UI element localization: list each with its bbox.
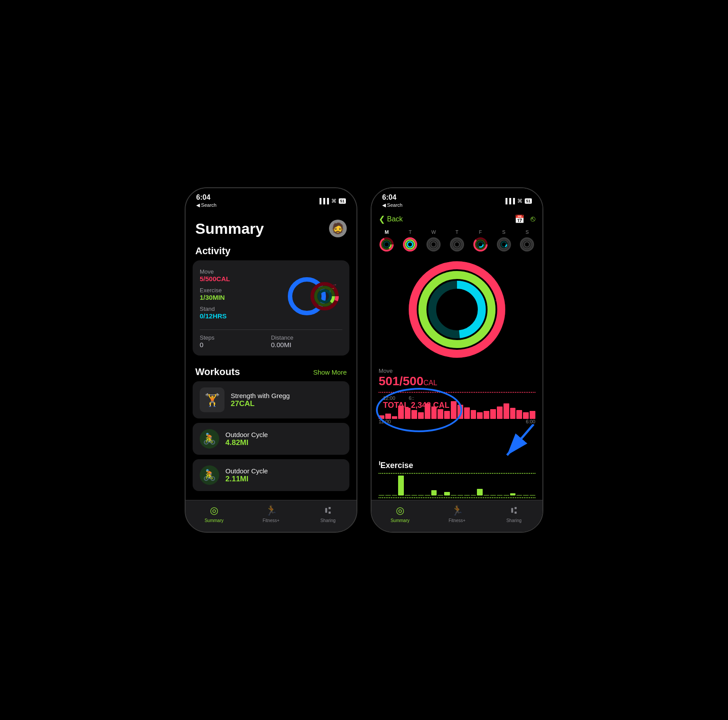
week-day-5[interactable]: S xyxy=(496,229,512,252)
search-back-left[interactable]: ◀ Search xyxy=(196,202,217,208)
move-bar xyxy=(379,415,384,419)
exercise-bar xyxy=(431,490,437,495)
fitness-tab-label-left: Fitness+ xyxy=(263,518,279,523)
summary-tab-icon-right: ◎ xyxy=(396,505,404,516)
exercise-item: Exercise 1/30MIN xyxy=(200,287,285,301)
tab-bar-left: ◎ Summary 🏃 Fitness+ ⑆ Sharing xyxy=(186,500,356,532)
exercise-bar xyxy=(490,495,496,495)
calendar-icon-btn[interactable]: 📅 xyxy=(515,214,524,224)
mini-ring-6 xyxy=(519,236,535,252)
summary-title: Summary xyxy=(195,220,264,237)
right-screen: 6:04 ◀ Search ▐▐▐ ⌘ 51 ❮ Back 📅 ⎋ xyxy=(372,188,542,532)
move-bar xyxy=(477,412,483,419)
wifi-icon-left: ⌘ xyxy=(331,198,337,204)
move-bar xyxy=(523,412,529,419)
week-day-6[interactable]: S xyxy=(519,229,535,252)
move-label: Move xyxy=(200,268,285,275)
week-day-0[interactable]: M xyxy=(379,229,395,252)
nav-bar-right: ❮ Back 📅 ⎋ xyxy=(372,211,542,228)
tab-fitness-right[interactable]: 🏃 Fitness+ xyxy=(429,505,486,523)
svg-text:↑: ↑ xyxy=(478,305,481,312)
exercise-bar xyxy=(398,476,404,495)
tab-summary-left[interactable]: ◎ Summary xyxy=(186,505,243,523)
avatar[interactable]: 🧔 xyxy=(329,220,347,237)
svg-text:→: → xyxy=(494,297,501,304)
exercise-bar xyxy=(451,495,457,495)
exercise-bar xyxy=(385,495,391,495)
week-day-label-0: M xyxy=(385,229,389,235)
week-day-2[interactable]: W xyxy=(426,229,441,252)
distance-item: Distance 0.00MI xyxy=(271,334,342,348)
move-bar xyxy=(484,411,489,419)
move-bar xyxy=(516,410,522,419)
stand-label: Stand xyxy=(200,306,285,312)
nav-right-icons: 📅 ⎋ xyxy=(515,214,535,224)
week-day-1[interactable]: T xyxy=(402,229,418,252)
time-left: 6:04 xyxy=(196,194,210,201)
exercise-bar xyxy=(477,489,483,495)
svg-line-49 xyxy=(507,424,534,455)
move-bar xyxy=(418,412,424,419)
exercise-bar xyxy=(405,495,410,495)
tab-sharing-right[interactable]: ⑆ Sharing xyxy=(485,505,542,523)
status-bar-left: 6:04 ◀ Search ▐▐▐ ⌘ 51 xyxy=(186,188,356,211)
week-day-label-2: W xyxy=(431,229,436,235)
status-right-right: ▐▐▐ ⌘ 51 xyxy=(503,198,532,204)
exercise-bar xyxy=(516,495,522,495)
activity-rings-small: → → ↑ xyxy=(285,267,342,325)
exercise-bar xyxy=(523,495,529,495)
status-left: 6:04 ◀ Search xyxy=(196,194,217,208)
move-bar xyxy=(510,408,516,419)
workout-item-0[interactable]: 🏋️ Strength with Gregg 27CAL xyxy=(193,381,349,418)
move-label-right: Move xyxy=(379,368,535,374)
exercise-bar xyxy=(510,493,516,495)
tab-summary-right[interactable]: ◎ Summary xyxy=(372,505,429,523)
move-bar xyxy=(503,403,509,419)
show-more-button[interactable]: Show More xyxy=(313,368,347,376)
svg-point-14 xyxy=(384,242,389,247)
fitness-tab-label-right: Fitness+ xyxy=(449,518,465,523)
svg-text:→: → xyxy=(486,301,493,309)
dotted-line-exercise-bottom xyxy=(379,497,535,498)
workouts-title: Workouts xyxy=(195,366,240,378)
move-bar xyxy=(392,416,398,419)
workout-icon-1: 🚴 xyxy=(200,429,219,449)
move-bar xyxy=(471,410,476,419)
activity-stats: Move 5/500CAL Exercise 1/30MIN xyxy=(200,268,285,324)
exercise-bar xyxy=(484,495,489,495)
share-icon-btn[interactable]: ⎋ xyxy=(531,214,535,224)
week-day-3[interactable]: T xyxy=(449,229,465,252)
left-phone: 6:04 ◀ Search ▐▐▐ ⌘ 51 Summary 🧔 Activit… xyxy=(185,187,357,533)
workout-item-1[interactable]: 🚴 Outdoor Cycle 4.82MI xyxy=(193,423,349,455)
exercise-bar xyxy=(497,495,503,495)
week-day-label-1: T xyxy=(409,229,412,235)
search-back-right[interactable]: ◀ Search xyxy=(382,202,403,208)
exercise-bar xyxy=(464,495,470,495)
battery-left: 51 xyxy=(339,198,346,204)
stand-value: 0/12HRS xyxy=(200,312,285,320)
tab-sharing-left[interactable]: ⑆ Sharing xyxy=(299,505,356,523)
exercise-section-title: ᴵExercise xyxy=(379,460,535,470)
back-button[interactable]: ❮ Back xyxy=(379,214,403,224)
workout-item-2[interactable]: 🚴 Outdoor Cycle 2.11MI xyxy=(193,459,349,491)
move-bar xyxy=(530,411,535,419)
move-bar xyxy=(385,414,391,419)
week-day-label-5: S xyxy=(502,229,505,235)
battery-right: 51 xyxy=(525,198,532,204)
right-phone: 6:04 ◀ Search ▐▐▐ ⌘ 51 ❮ Back 📅 ⎋ xyxy=(371,187,543,533)
tab-fitness-left[interactable]: 🏃 Fitness+ xyxy=(243,505,300,523)
exercise-bar xyxy=(471,495,476,495)
mini-ring-5 xyxy=(496,236,512,252)
steps-value: 0 xyxy=(200,341,271,348)
svg-text:↑: ↑ xyxy=(329,290,331,294)
workout-name-0: Strength with Gregg xyxy=(231,392,342,399)
wifi-icon-right: ⌘ xyxy=(517,198,523,204)
week-day-label-4: F xyxy=(479,229,482,235)
workout-name-1: Outdoor Cycle xyxy=(225,431,342,438)
workout-icon-2: 🚴 xyxy=(200,465,219,485)
mini-ring-2 xyxy=(426,236,441,252)
exercise-bar xyxy=(530,495,535,495)
week-day-4[interactable]: F xyxy=(472,229,488,252)
move-value-right: 501/500CAL xyxy=(379,374,535,388)
svg-point-26 xyxy=(454,242,460,247)
